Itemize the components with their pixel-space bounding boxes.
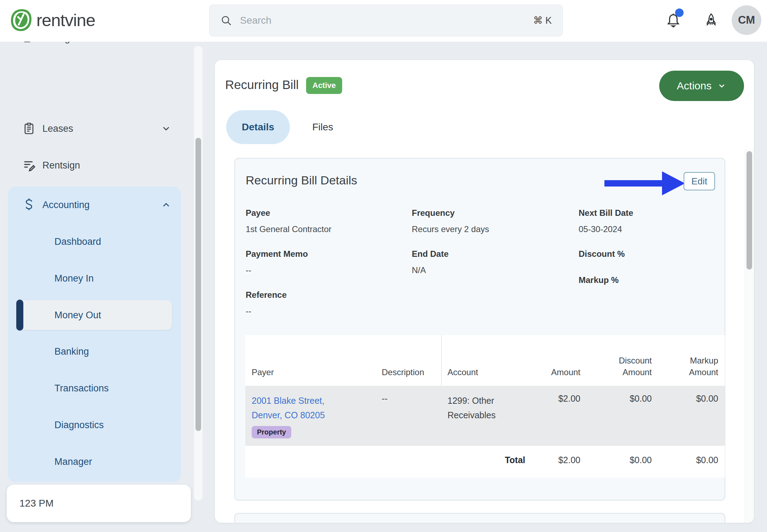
property-tag: Property [252,426,291,438]
search-input[interactable] [240,15,533,26]
tab-label: Details [242,122,274,133]
column-header-description: Description [382,367,445,378]
rocket-button[interactable] [700,9,722,31]
field-payment-memo: Payment Memo -- [246,249,308,275]
payer-line2: Denver, CO 80205 [252,410,325,420]
field-value: N/A [412,265,449,275]
sidebar-item-label: Leases [42,123,73,134]
line-items-table: Payer Description Account Amount Discoun… [245,335,725,478]
sidebar-item-label: Rentsign [42,160,80,171]
top-bar: rentvine ⌘ K CM [0,0,767,42]
tab-details[interactable]: Details [226,110,290,144]
field-payee: Payee 1st General Contractor [246,208,332,234]
tab-files[interactable]: Files [300,110,346,144]
status-badge: Active [306,77,342,94]
total-discount-amount: $0.00 [581,455,652,465]
sidebar-item-accounting[interactable]: Accounting [8,192,181,218]
total-markup-amount: $0.00 [648,455,718,465]
field-reference: Reference -- [246,290,287,316]
actions-button[interactable]: Actions [659,71,744,101]
dollar-icon [22,198,36,212]
field-next-bill-date: Next Bill Date 05-30-2024 [579,208,633,234]
field-label: Discount % [579,249,625,259]
notifications-button[interactable] [662,9,684,31]
subitem-label: Money In [54,273,94,284]
field-value: 1st General Contractor [246,224,332,234]
column-header-amount: Amount [510,367,580,378]
field-discount-percent: Discount % [579,249,625,259]
table-total-row: Total $2.00 $0.00 $0.00 [245,446,725,478]
selected-indicator [16,300,23,331]
page-title: Recurring Bill [225,78,299,92]
payer-line1: 2001 Blake Street, [252,396,324,406]
sidebar-subitem-transactions[interactable]: Transactions [18,373,172,403]
company-card-label: 123 PM [19,498,54,509]
subitem-label: Transactions [54,383,109,394]
description-cell: -- [382,394,445,404]
field-value: -- [246,265,308,275]
sidebar-scrollbar-track[interactable] [194,46,203,501]
sidebar-subitem-diagnostics[interactable]: Diagnostics [18,410,172,440]
leaf-icon [10,8,34,32]
list-icon [22,42,36,45]
sidebar-subitem-manager[interactable]: Manager [18,447,172,477]
column-divider [441,335,442,386]
field-label: Payee [246,208,332,218]
tab-label: Files [312,122,333,133]
markup-amount-cell: $0.00 [648,394,718,404]
subitem-label: Banking [54,346,89,357]
details-card-title: Recurring Bill Details [246,173,357,187]
notification-dot [675,8,684,17]
avatar-initials: CM [738,14,755,26]
field-markup-percent: Markup % [579,275,619,285]
payer-link[interactable]: 2001 Blake Street, Denver, CO 80205 [252,394,377,422]
rentvine-logo[interactable]: rentvine [10,8,95,32]
chevron-up-icon [161,200,171,210]
field-frequency: Frequency Recurs every 2 days [412,208,489,234]
column-header-discount-amount: Discount Amount [606,355,652,378]
subitem-label: Dashboard [54,236,101,247]
sidebar-subitem-banking[interactable]: Banking [18,337,172,366]
chevron-down-icon [161,123,171,134]
field-end-date: End Date N/A [412,249,449,275]
logo-text: rentvine [36,10,95,30]
field-value: 05-30-2024 [579,224,633,234]
subitem-label: Diagnostics [54,420,104,431]
total-amount: $2.00 [510,455,580,465]
sidebar-subitem-dashboard[interactable]: Dashboard [18,227,172,256]
field-value: -- [246,306,287,316]
account-line2: Receivables [447,410,496,420]
user-avatar[interactable]: CM [732,5,761,35]
search-box[interactable]: ⌘ K [209,5,563,36]
field-label: Frequency [412,208,489,218]
column-header-payer: Payer [252,367,377,378]
sidebar-item-label: Accounting [42,200,90,211]
actions-button-label: Actions [677,80,712,92]
sidebar-subitem-money-in[interactable]: Money In [18,264,172,293]
field-label: Reference [246,290,287,300]
sidebar-item-label: Listings [42,42,75,44]
sidebar: Listings Leases Rentsign [0,42,205,523]
recurring-bill-details-card: Recurring Bill Details Edit Payee 1st Ge… [234,158,725,501]
sidebar-scrollbar-thumb[interactable] [195,138,201,431]
company-card[interactable]: 123 PM [7,485,191,522]
discount-amount-cell: $0.00 [581,394,652,404]
chevron-down-icon [717,81,726,90]
field-label: Next Bill Date [579,208,633,218]
clipboard-icon [22,122,36,136]
sidebar-item-rentsign[interactable]: Rentsign [8,153,181,178]
sidebar-item-leases[interactable]: Leases [8,116,181,141]
document-pen-icon [22,158,36,172]
field-label: End Date [412,249,449,259]
sidebar-subitem-money-out[interactable]: Money Out [18,300,172,330]
next-section-card [234,513,725,523]
search-shortcut: ⌘ K [533,15,552,26]
sidebar-item-clipped[interactable]: Listings [0,42,191,59]
column-header-markup-amount: Markup Amount [672,355,718,378]
content-scrollbar-thumb[interactable] [746,151,752,270]
edit-button[interactable]: Edit [684,172,715,190]
account-line1: 1299: Other [447,396,494,406]
field-value: Recurs every 2 days [412,224,489,234]
subitem-label: Manager [54,456,92,467]
content-scrollbar-track[interactable] [745,149,754,523]
